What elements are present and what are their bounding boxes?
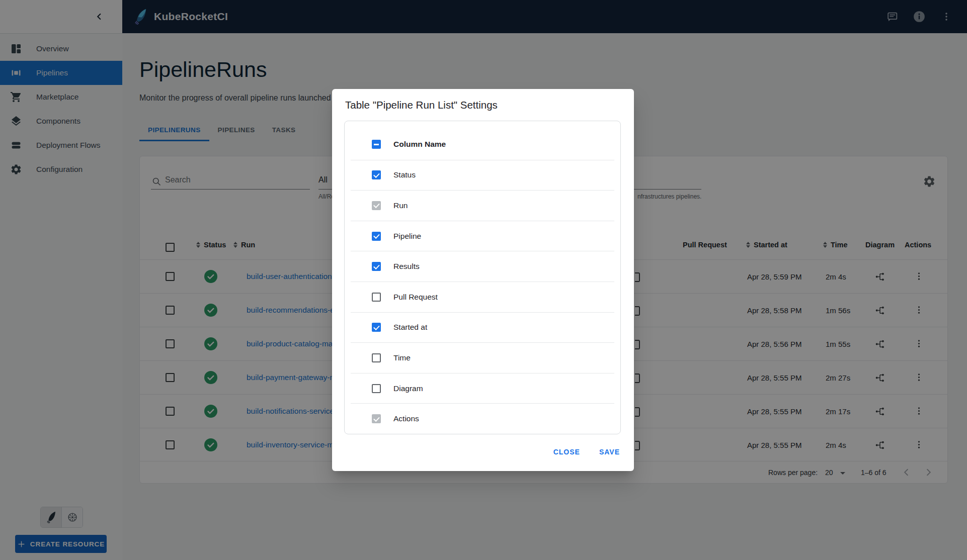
started-at-checkbox[interactable] (372, 323, 381, 332)
column-setting-row: Pull Request (351, 282, 614, 312)
diagram-checkbox[interactable] (372, 384, 381, 393)
column-setting-row: Pipeline (351, 221, 614, 251)
time-checkbox[interactable] (372, 353, 381, 362)
close-button[interactable]: CLOSE (553, 448, 580, 456)
app-root: KubeRocketCI (0, 0, 967, 560)
column-setting-row: Time (351, 342, 614, 373)
run-checkbox (372, 201, 381, 210)
table-settings-modal: Table "Pipeline Run List" Settings Colum… (332, 89, 634, 471)
actions-checkbox (372, 414, 381, 423)
select-all-columns-checkbox[interactable] (372, 140, 381, 149)
results-checkbox[interactable] (372, 262, 381, 271)
column-name-header-label: Column Name (393, 140, 446, 149)
column-setting-row: Actions (351, 403, 614, 434)
column-settings-header: Column Name (351, 129, 614, 160)
pull-request-checkbox[interactable] (372, 293, 381, 302)
status-checkbox[interactable] (372, 170, 381, 179)
modal-title: Table "Pipeline Run List" Settings (345, 99, 498, 111)
column-setting-row: Run (351, 190, 614, 221)
column-settings-list: Column Name Status Run Pipeline Results … (344, 121, 621, 434)
column-setting-row: Results (351, 251, 614, 282)
column-setting-row: Diagram (351, 373, 614, 404)
column-setting-row: Status (351, 160, 614, 191)
save-button[interactable]: SAVE (599, 448, 620, 456)
modal-actions: CLOSE SAVE (553, 448, 620, 456)
pipeline-checkbox[interactable] (372, 232, 381, 241)
column-setting-row: Started at (351, 312, 614, 343)
